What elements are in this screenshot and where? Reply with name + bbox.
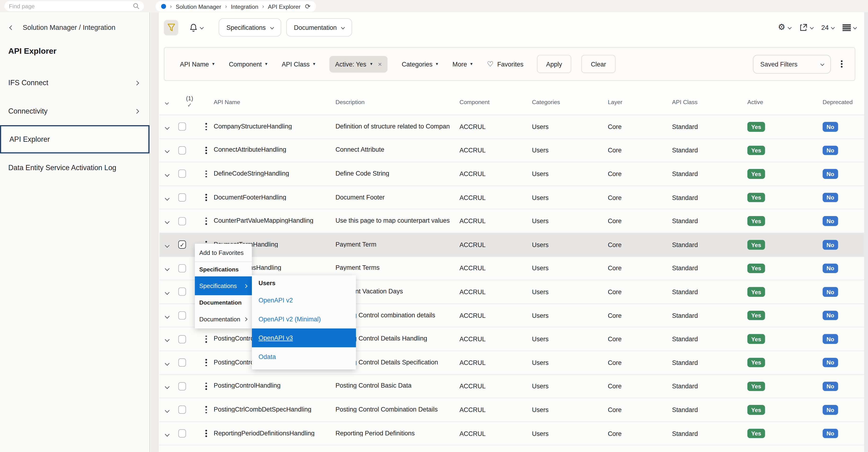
- row-density-control[interactable]: [842, 24, 857, 31]
- search-input[interactable]: [9, 3, 133, 9]
- row-actions-menu[interactable]: [201, 121, 214, 132]
- col-header-api-class[interactable]: API Class: [672, 98, 747, 105]
- row-checkbox[interactable]: [178, 335, 186, 343]
- row-expander[interactable]: [159, 383, 178, 390]
- breadcrumb-item[interactable]: Solution Manager: [176, 3, 221, 10]
- breadcrumb-item[interactable]: Integration: [231, 3, 258, 10]
- col-header-layer[interactable]: Layer: [608, 98, 672, 105]
- select-all-header[interactable]: (1) ✓: [178, 95, 201, 109]
- filter-field-more[interactable]: More▾: [453, 61, 472, 67]
- row-actions-menu[interactable]: [201, 333, 214, 345]
- row-checkbox[interactable]: [178, 193, 186, 202]
- sidebar-scrollbar[interactable]: [151, 12, 159, 452]
- settings-control[interactable]: ⚙: [778, 23, 791, 31]
- filter-toggle-button[interactable]: [164, 20, 178, 35]
- find-page-search[interactable]: [4, 1, 144, 11]
- row-checkbox[interactable]: [178, 311, 186, 320]
- row-expander[interactable]: [159, 194, 178, 201]
- row-checkbox[interactable]: [178, 429, 186, 438]
- refresh-icon[interactable]: ⟳: [305, 3, 311, 10]
- submenu-link-openapi-v3[interactable]: OpenAPI v3: [252, 329, 356, 348]
- row-expander[interactable]: [159, 123, 178, 130]
- breadcrumb-item[interactable]: API Explorer: [268, 3, 301, 10]
- submenu-link-openapi-v2-minimal-[interactable]: OpenAPI v2 (Minimal): [252, 309, 356, 329]
- sidebar-item-connectivity[interactable]: Connectivity: [0, 97, 150, 125]
- table-row[interactable]: CounterPartValueMappingHandlingUse this …: [159, 210, 864, 233]
- documentation-button[interactable]: Documentation: [286, 18, 352, 36]
- breadcrumb-collapse-icon[interactable]: ›: [170, 3, 172, 9]
- col-header-component[interactable]: Component: [460, 98, 532, 105]
- saved-filters-select[interactable]: Saved Filters: [753, 55, 831, 73]
- row-actions-menu[interactable]: [201, 428, 214, 439]
- filter-field-api-name[interactable]: API Name▾: [180, 61, 215, 67]
- filter-field-api-class[interactable]: API Class▾: [282, 61, 315, 67]
- col-header-deprecated[interactable]: Deprecated: [823, 98, 864, 105]
- row-expander[interactable]: [159, 289, 178, 295]
- row-actions-menu[interactable]: [201, 357, 214, 368]
- menu-item-documentation[interactable]: Documentation: [195, 309, 252, 329]
- table-row[interactable]: DefineCodeStringHandlingDefine Code Stri…: [159, 162, 864, 186]
- col-header-api-name[interactable]: API Name: [214, 98, 335, 105]
- row-expander[interactable]: [159, 147, 178, 154]
- row-actions-menu[interactable]: [201, 145, 214, 156]
- apply-button[interactable]: Apply: [537, 55, 571, 73]
- menu-item-specifications[interactable]: Specifications: [195, 276, 252, 295]
- col-header-description[interactable]: Description: [335, 98, 459, 105]
- table-row[interactable]: PostingCtrlCombDetSpecHandlingPosting Co…: [159, 398, 864, 422]
- row-checkbox[interactable]: [178, 359, 186, 367]
- filter-more-menu[interactable]: [837, 58, 847, 70]
- row-expander[interactable]: [159, 312, 178, 319]
- row-checkbox[interactable]: [178, 288, 186, 296]
- sidebar-item-data-entity-service-activation-log[interactable]: Data Entity Service Activation Log: [0, 153, 150, 182]
- active-filter-chip[interactable]: Active: Yes ▾ ×: [330, 56, 388, 72]
- row-checkbox[interactable]: ✓: [178, 240, 186, 249]
- filter-field-component[interactable]: Component▾: [229, 61, 268, 67]
- row-checkbox[interactable]: [178, 217, 186, 225]
- filter-field-categories[interactable]: Categories▾: [402, 61, 438, 67]
- specifications-button[interactable]: Specifications: [219, 18, 281, 36]
- row-checkbox[interactable]: [178, 123, 186, 131]
- sidebar-back[interactable]: Solution Manager / Integration: [0, 12, 150, 31]
- row-expander[interactable]: [159, 336, 178, 342]
- table-row[interactable]: ConnectAttributeHandlingConnect Attribut…: [159, 139, 864, 162]
- row-expander[interactable]: [159, 218, 178, 224]
- clear-button[interactable]: Clear: [581, 55, 615, 73]
- row-expander[interactable]: [159, 359, 178, 366]
- sidebar-item-api-explorer[interactable]: API Explorer: [0, 125, 150, 153]
- share-control[interactable]: [799, 23, 813, 31]
- favorites-filter[interactable]: ♡ Favorites: [487, 60, 523, 67]
- row-expander[interactable]: [159, 430, 178, 436]
- remove-filter-icon[interactable]: ×: [378, 60, 382, 68]
- collapse-all-control[interactable]: [159, 98, 178, 105]
- vertical-scrollbar[interactable]: [864, 12, 868, 452]
- row-actions-menu[interactable]: [201, 404, 214, 416]
- row-checkbox[interactable]: [178, 382, 186, 390]
- row-actions-menu[interactable]: [201, 381, 214, 392]
- row-checkbox[interactable]: [178, 264, 186, 272]
- table-row[interactable]: CompanyStructureHandlingDefinition of st…: [159, 115, 864, 139]
- page-size-control[interactable]: 24: [822, 24, 834, 31]
- row-checkbox[interactable]: [178, 170, 186, 178]
- col-header-categories[interactable]: Categories: [532, 98, 608, 105]
- row-expander[interactable]: [159, 171, 178, 177]
- row-checkbox[interactable]: [178, 146, 186, 154]
- row-expander[interactable]: [159, 265, 178, 272]
- row-checkbox[interactable]: [178, 405, 186, 414]
- row-actions-menu[interactable]: [201, 192, 214, 203]
- menu-item-add-to-favorites[interactable]: Add to Favorites: [195, 244, 252, 262]
- notifications-control[interactable]: [189, 23, 203, 32]
- row-expander[interactable]: [159, 241, 178, 248]
- row-expander[interactable]: [159, 406, 178, 413]
- submenu-link-openapi-v2[interactable]: OpenAPI v2: [252, 291, 356, 310]
- row-actions-menu[interactable]: [201, 168, 214, 180]
- table-row[interactable]: ReportingPeriodDefinitionsHandlingReport…: [159, 422, 864, 446]
- row-actions-menu[interactable]: [201, 451, 214, 452]
- col-header-active[interactable]: Active: [747, 98, 823, 105]
- table-row[interactable]: PostingControlHandlingPosting Control Ba…: [159, 374, 864, 398]
- submenu-link-odata[interactable]: Odata: [252, 348, 356, 366]
- table-row[interactable]: TaxCodesHandlingTax Codes HandlingACCRUL…: [159, 446, 864, 452]
- row-actions-menu[interactable]: [201, 215, 214, 227]
- table-row[interactable]: ✓PaymentTermHandlingPayment TermACCRULUs…: [159, 233, 864, 257]
- sidebar-item-ifs-connect[interactable]: IFS Connect: [0, 69, 150, 97]
- table-row[interactable]: DocumentFooterHandlingDocument FooterACC…: [159, 186, 864, 210]
